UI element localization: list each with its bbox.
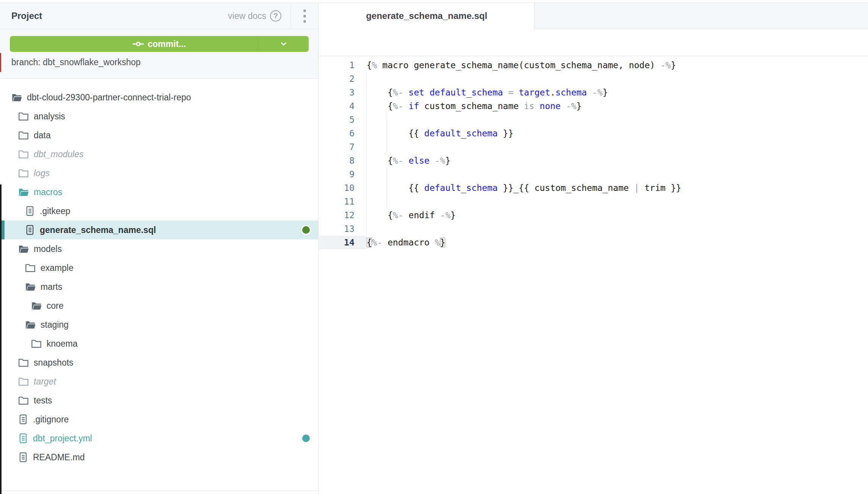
tab-generate-schema-name-sql[interactable]: generate_schema_name.sql bbox=[319, 3, 535, 29]
folder-closed-icon bbox=[18, 130, 29, 140]
branch-label: branch: dbt_snowflake_workshop bbox=[11, 57, 318, 78]
tree-item-label: analysis bbox=[34, 111, 65, 122]
code-line-text: {%- else -%} bbox=[367, 154, 451, 167]
code-line-9[interactable]: 9 bbox=[319, 167, 868, 181]
code-line-1[interactable]: 1 {% macro generate_schema_name(custom_s… bbox=[319, 58, 868, 72]
commit-button-label: commit... bbox=[148, 39, 186, 49]
code-line-2[interactable]: 2 bbox=[319, 72, 868, 86]
code-line-7[interactable]: 7 bbox=[319, 140, 868, 154]
tree-item-tests[interactable]: tests bbox=[0, 391, 318, 410]
line-number: 10 bbox=[319, 181, 367, 195]
folder-open-icon bbox=[25, 320, 36, 330]
tree-item-logs[interactable]: logs bbox=[0, 164, 318, 183]
code-line-6[interactable]: 6 {{ default_schema }} bbox=[319, 127, 868, 140]
file-tree: dbt-cloud-29300-partner-connect-trial-re… bbox=[0, 79, 318, 467]
folder-closed-icon bbox=[18, 111, 29, 121]
tree-item--gitkeep[interactable]: .gitkeep bbox=[0, 202, 318, 220]
folder-closed-icon bbox=[18, 377, 29, 386]
file-icon bbox=[25, 225, 35, 235]
tab-bar-empty-area bbox=[535, 3, 868, 29]
line-number: 8 bbox=[319, 154, 367, 167]
folder-closed-icon bbox=[25, 263, 36, 273]
tree-item-label: .gitkeep bbox=[40, 206, 70, 216]
code-line-12[interactable]: 12 {%- endif -%} bbox=[319, 208, 868, 222]
code-line-text: {% macro generate_schema_name(custom_sch… bbox=[367, 58, 676, 72]
line-number: 3 bbox=[319, 86, 367, 99]
line-number: 9 bbox=[319, 167, 367, 181]
view-docs-link[interactable]: view docs ? bbox=[228, 10, 281, 22]
line-number: 5 bbox=[319, 113, 367, 127]
tree-item-target[interactable]: target bbox=[0, 372, 318, 391]
line-number: 13 bbox=[319, 222, 367, 236]
code-line-5[interactable]: 5 bbox=[319, 113, 868, 127]
unsaved-changes-dot bbox=[302, 435, 310, 442]
tree-item-label: models bbox=[34, 244, 62, 254]
tree-item-staging[interactable]: staging bbox=[0, 315, 318, 334]
line-number: 11 bbox=[319, 195, 367, 208]
kebab-menu-button[interactable] bbox=[291, 3, 318, 29]
folder-open-icon bbox=[18, 187, 29, 197]
view-docs-label: view docs bbox=[228, 11, 266, 21]
code-line-8[interactable]: 8 {%- else -%} bbox=[319, 154, 868, 167]
tree-item-core[interactable]: core bbox=[0, 296, 318, 315]
tree-item-snapshots[interactable]: snapshots bbox=[0, 353, 318, 372]
kebab-dot bbox=[303, 9, 306, 12]
dbt-ide-window: Project view docs ? commit... bbox=[0, 0, 868, 494]
tree-item-knoema[interactable]: knoema bbox=[0, 334, 318, 353]
file-icon bbox=[18, 452, 28, 463]
code-line-14[interactable]: 14 {%- endmacro %} bbox=[319, 236, 868, 249]
tree-item-label: dbt_modules bbox=[34, 149, 84, 159]
tree-item-generate-schema-name-sql[interactable]: generate_schema_name.sql bbox=[0, 220, 318, 239]
tree-item-label: staging bbox=[41, 320, 69, 330]
tree-item-analysis[interactable]: analysis bbox=[0, 107, 318, 126]
code-line-text: {%- set default_schema = target.schema -… bbox=[367, 86, 608, 99]
code-line-4[interactable]: 4 {%- if custom_schema_name is none -%} bbox=[319, 99, 868, 113]
tree-item-dbt-cloud-29300-partner-connect-trial-repo[interactable]: dbt-cloud-29300-partner-connect-trial-re… bbox=[0, 88, 318, 107]
folder-open-icon bbox=[11, 92, 22, 102]
git-commit-icon bbox=[133, 38, 144, 50]
folder-closed-icon bbox=[18, 358, 29, 367]
tree-item-label: dbt-cloud-29300-partner-connect-trial-re… bbox=[27, 92, 191, 103]
line-number: 4 bbox=[319, 99, 367, 113]
kebab-dot bbox=[303, 15, 306, 17]
commit-button[interactable]: commit... bbox=[10, 36, 309, 52]
code-editor[interactable]: 1 {% macro generate_schema_name(custom_s… bbox=[319, 56, 868, 494]
code-line-10[interactable]: 10 {{ default_schema }}_{{ custom_schema… bbox=[319, 181, 868, 195]
tree-item-dbt-project-yml[interactable]: dbt_project.yml bbox=[0, 429, 318, 448]
tree-item--gitignore[interactable]: .gitignore bbox=[0, 410, 318, 429]
folder-open-icon bbox=[18, 244, 29, 254]
folder-closed-icon bbox=[18, 149, 29, 159]
folder-open-icon bbox=[31, 301, 42, 311]
help-circle-icon[interactable]: ? bbox=[270, 10, 281, 22]
line-number: 1 bbox=[319, 58, 367, 72]
code-line-text: {%- if custom_schema_name is none -%} bbox=[367, 99, 582, 113]
commit-dropdown-toggle[interactable] bbox=[258, 36, 309, 52]
line-number: 14 bbox=[319, 236, 367, 249]
tree-item-label: tests bbox=[34, 396, 52, 406]
tree-item-label: generate_schema_name.sql bbox=[40, 225, 156, 235]
line-number: 7 bbox=[319, 140, 367, 154]
tree-item-label: marts bbox=[41, 282, 62, 292]
tree-item-data[interactable]: data bbox=[0, 126, 318, 145]
tree-item-label: dbt_project.yml bbox=[33, 433, 92, 444]
tree-item-readme-md[interactable]: README.md bbox=[0, 448, 318, 467]
tree-item-label: core bbox=[47, 301, 64, 311]
tree-item-example[interactable]: example bbox=[0, 258, 318, 277]
tree-item-dbt-modules[interactable]: dbt_modules bbox=[0, 145, 318, 164]
tree-item-label: logs bbox=[34, 168, 50, 178]
code-line-3[interactable]: 3 {%- set default_schema = target.schema… bbox=[319, 86, 868, 99]
tree-item-label: README.md bbox=[33, 452, 85, 463]
tree-item-marts[interactable]: marts bbox=[0, 277, 318, 296]
tree-item-models[interactable]: models bbox=[0, 239, 318, 258]
folder-closed-icon bbox=[18, 168, 29, 178]
tree-item-macros[interactable]: macros bbox=[0, 183, 318, 202]
code-line-13[interactable]: 13 bbox=[319, 222, 868, 236]
sidebar-title: Project bbox=[11, 11, 42, 21]
tree-item-label: .gitignore bbox=[33, 414, 69, 425]
folder-closed-icon bbox=[31, 339, 42, 349]
file-icon bbox=[25, 206, 35, 216]
sidebar-bottom-border bbox=[0, 491, 318, 491]
unsaved-changes-dot bbox=[302, 226, 310, 234]
code-line-11[interactable]: 11 bbox=[319, 195, 868, 208]
line-number: 2 bbox=[319, 72, 367, 86]
